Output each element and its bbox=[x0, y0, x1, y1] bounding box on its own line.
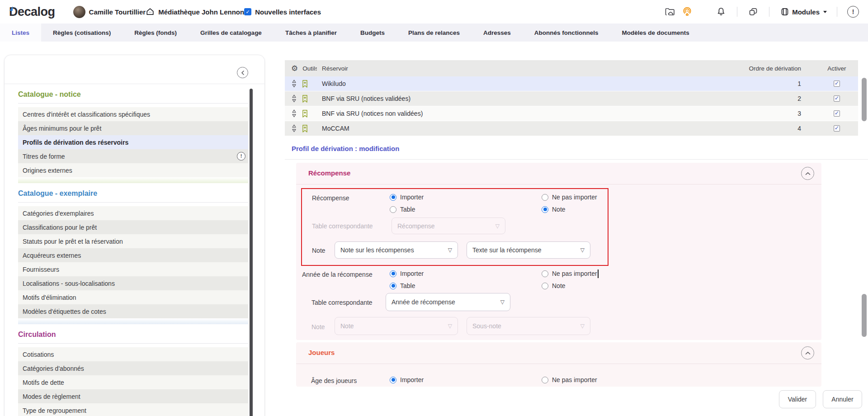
sidebar-item[interactable]: Profils de dérivation des réservoirs bbox=[18, 135, 248, 149]
folder-cloud-icon[interactable] bbox=[665, 7, 675, 17]
collapse-joueurs-button[interactable] bbox=[801, 346, 814, 359]
radio-label: Importer bbox=[400, 270, 424, 277]
radio-annee-note[interactable]: Note bbox=[542, 282, 566, 289]
sidebar-item[interactable]: Type de regroupement bbox=[18, 403, 248, 416]
broadcast-icon[interactable] bbox=[682, 6, 693, 17]
tab-listes[interactable]: Listes bbox=[0, 24, 41, 42]
activate-checkbox[interactable]: ✓ bbox=[834, 125, 840, 132]
reorder-icon[interactable] bbox=[291, 109, 297, 118]
sidebar-item[interactable]: Modes de règlement bbox=[18, 389, 248, 403]
bookmark-plus-icon[interactable] bbox=[302, 124, 308, 133]
annee-field-label: Année de la récompense bbox=[302, 271, 373, 278]
sidebar-item[interactable]: Classifications pour le prêt bbox=[18, 220, 248, 234]
validate-button[interactable]: Valider bbox=[779, 390, 816, 408]
sidebar-item[interactable]: Âges minimums pour le prêt bbox=[18, 121, 248, 135]
radio-recompense-importer[interactable]: Importer bbox=[390, 194, 424, 201]
tab-r-gles-cotisations-[interactable]: Règles (cotisations) bbox=[41, 24, 123, 42]
radio-recompense-table[interactable]: Table bbox=[390, 206, 415, 213]
new-interfaces-toggle[interactable]: ✓ Nouvelles interfaces bbox=[244, 8, 321, 16]
radio-annee-ne-pas-importer[interactable]: Ne pas importer bbox=[542, 270, 597, 277]
tab-abonn-s-fonctionnels[interactable]: Abonnés fonctionnels bbox=[523, 24, 610, 42]
tab-r-gles-fonds-[interactable]: Règles (fonds) bbox=[123, 24, 189, 42]
page-scrollbar[interactable] bbox=[862, 294, 867, 337]
activate-checkbox[interactable]: ✓ bbox=[834, 110, 840, 117]
radio-annee-table[interactable]: Table bbox=[390, 282, 415, 289]
tab-budgets[interactable]: Budgets bbox=[349, 24, 396, 42]
collapse-recompense-button[interactable] bbox=[801, 167, 814, 180]
notifications-bell-icon[interactable] bbox=[716, 7, 726, 17]
sidebar-item[interactable]: Catégories d'abonnés bbox=[18, 361, 248, 375]
sidebar-item[interactable]: Motifs de dette bbox=[18, 375, 248, 389]
radio-age-ne-pas-importer[interactable]: Ne pas importer bbox=[542, 376, 597, 383]
gear-icon[interactable]: ⚙ bbox=[291, 65, 298, 72]
recompense-table-dropdown[interactable]: Récompense ▽ bbox=[392, 217, 505, 234]
sidebar-item[interactable]: Localisations - sous-localisations bbox=[18, 276, 248, 290]
annee-note-dropdown-2[interactable]: Sous-note ▽ bbox=[467, 317, 590, 335]
tab-mod-les-de-documents[interactable]: Modèles de documents bbox=[610, 24, 701, 42]
radio-annee-importer[interactable]: Importer bbox=[390, 270, 424, 277]
radio-icon[interactable] bbox=[390, 206, 396, 213]
radio-recompense-note[interactable]: Note bbox=[542, 206, 566, 213]
sidebar-item[interactable]: Titres de forme! bbox=[18, 149, 248, 163]
sidebar-item[interactable]: Statuts pour le prêt et la réservation bbox=[18, 234, 248, 248]
tab-plans-de-relances[interactable]: Plans de relances bbox=[396, 24, 472, 42]
sidebar-item[interactable]: Cotisations bbox=[18, 347, 248, 361]
radio-label: Table bbox=[400, 282, 415, 289]
order-column-header: Ordre de dérivation bbox=[737, 65, 809, 72]
activate-checkbox[interactable]: ✓ bbox=[834, 95, 840, 102]
sidebar: Catalogue - noticeCentres d'intérêt et c… bbox=[5, 55, 264, 416]
recompense-note-dropdown-2[interactable]: Texte sur la récompense ▽ bbox=[467, 241, 590, 259]
table-scrollbar[interactable] bbox=[862, 78, 867, 121]
radio-icon[interactable] bbox=[542, 377, 548, 383]
check-icon: ✓ bbox=[835, 80, 839, 86]
reorder-icon[interactable] bbox=[291, 79, 297, 88]
sidebar-item[interactable]: Modèles d'étiquettes de cotes bbox=[18, 304, 248, 318]
reservoir-table-body: Wikiludo1✓ BNF via SRU (notices validées… bbox=[285, 76, 858, 136]
bookmark-plus-icon[interactable] bbox=[302, 80, 308, 88]
reorder-icon[interactable] bbox=[291, 124, 297, 133]
table-row[interactable]: BNF via SRU (notices validées)2✓ bbox=[285, 91, 858, 106]
sidebar-item[interactable]: Origines externes bbox=[18, 163, 248, 177]
recompense-note-dropdown-1[interactable]: Note sur les récompenses ▽ bbox=[335, 241, 458, 259]
info-icon[interactable]: ! bbox=[847, 6, 859, 18]
header-actions: Modules ! bbox=[665, 6, 859, 18]
copy-icon[interactable] bbox=[748, 7, 758, 17]
annee-table-dropdown[interactable]: Année de récompense ▽ bbox=[386, 293, 510, 311]
table-row[interactable]: MoCCAM4✓ bbox=[285, 121, 858, 136]
radio-icon[interactable] bbox=[390, 377, 396, 383]
user-menu[interactable]: Camille Tourtillier bbox=[73, 6, 146, 18]
radio-icon[interactable] bbox=[390, 194, 396, 201]
radio-recompense-ne-pas-importer[interactable]: Ne pas importer bbox=[542, 194, 597, 201]
sidebar-item[interactable]: Centres d'intérêt et classifications spé… bbox=[18, 107, 248, 121]
radio-icon[interactable] bbox=[390, 283, 396, 289]
radio-icon[interactable] bbox=[390, 270, 396, 277]
library-menu[interactable]: Médiathèque John Lennon bbox=[146, 7, 244, 16]
sidebar-item[interactable]: Fournisseurs bbox=[18, 262, 248, 276]
bookmark-plus-icon[interactable] bbox=[302, 95, 308, 103]
radio-icon[interactable] bbox=[542, 206, 548, 213]
sidebar-item[interactable]: Acquéreurs externes bbox=[18, 248, 248, 262]
radio-age-importer[interactable]: Importer bbox=[390, 376, 424, 383]
collapse-sidebar-button[interactable] bbox=[237, 67, 248, 78]
bookmark-plus-icon[interactable] bbox=[302, 109, 308, 118]
annee-note-dropdown-1[interactable]: Note ▽ bbox=[335, 317, 458, 335]
sidebar-scrollbar[interactable] bbox=[250, 89, 253, 416]
cancel-button[interactable]: Annuler bbox=[823, 390, 862, 408]
activate-checkbox[interactable]: ✓ bbox=[834, 80, 840, 87]
modules-button[interactable]: Modules bbox=[780, 7, 827, 16]
radio-icon[interactable] bbox=[542, 283, 548, 289]
decalog-logo[interactable]: Decalog bbox=[9, 5, 55, 19]
reservoir-table: ⚙ Outils Réservoir Ordre de dérivation A… bbox=[285, 60, 858, 136]
table-row[interactable]: BNF via SRU (notices non validées)3✓ bbox=[285, 106, 858, 121]
tab-grilles-de-catalogage[interactable]: Grilles de catalogage bbox=[189, 24, 274, 42]
tab-t-ches-planifier[interactable]: Tâches à planifier bbox=[274, 24, 349, 42]
sidebar-item[interactable]: Motifs d'élimination bbox=[18, 290, 248, 304]
new-interfaces-checkbox[interactable]: ✓ bbox=[244, 8, 251, 15]
sidebar-item[interactable]: Catégories d'exemplaires bbox=[18, 206, 248, 220]
reorder-icon[interactable] bbox=[291, 94, 297, 103]
section-divider bbox=[296, 184, 821, 184]
radio-icon[interactable] bbox=[542, 270, 548, 277]
tab-adresses[interactable]: Adresses bbox=[472, 24, 523, 42]
table-row[interactable]: Wikiludo1✓ bbox=[285, 76, 858, 91]
radio-icon[interactable] bbox=[542, 194, 548, 201]
